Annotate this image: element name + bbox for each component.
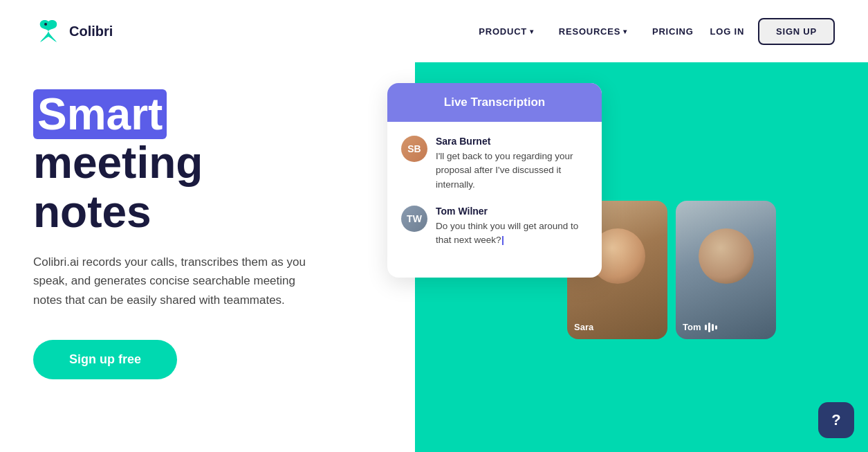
message-content-tom: Tom Wilner Do you think you will get aro… xyxy=(436,206,588,248)
sound-wave-icon xyxy=(705,323,717,332)
product-chevron-icon: ▾ xyxy=(530,28,534,35)
logo-bird-icon xyxy=(33,16,64,46)
avatar-sara: SB xyxy=(401,136,427,162)
typing-cursor xyxy=(502,236,504,245)
sender-sara: Sara Burnet xyxy=(436,136,588,147)
message-sara: SB Sara Burnet I'll get back to you rega… xyxy=(401,136,588,192)
resources-chevron-icon: ▾ xyxy=(623,28,627,35)
nav-resources[interactable]: RESOURCES ▾ xyxy=(559,26,627,37)
signup-button[interactable]: SIGN UP xyxy=(758,18,835,45)
help-icon: ? xyxy=(831,411,840,429)
transcription-header: Live Transcription xyxy=(387,83,602,122)
navbar: Colibri PRODUCT ▾ RESOURCES ▾ PRICING LO… xyxy=(0,0,868,62)
transcription-body: SB Sara Burnet I'll get back to you rega… xyxy=(387,122,602,278)
logo-area[interactable]: Colibri xyxy=(33,16,113,46)
nav-pricing[interactable]: PRICING xyxy=(652,26,694,37)
hero-section: Smart meetingnotes Colibri.ai records yo… xyxy=(0,62,868,452)
sender-tom: Tom Wilner xyxy=(436,206,588,217)
hero-cta-button[interactable]: Sign up free xyxy=(33,340,177,379)
message-content-sara: Sara Burnet I'll get back to you regardi… xyxy=(436,136,588,192)
nav-links: PRODUCT ▾ RESOURCES ▾ PRICING xyxy=(479,26,693,37)
tom-face-shape xyxy=(699,228,754,284)
help-button[interactable]: ? xyxy=(818,402,854,438)
heading-highlight: Smart xyxy=(33,89,167,139)
svg-point-0 xyxy=(44,23,47,26)
sara-video-label: Sara xyxy=(574,322,593,332)
video-tile-tom: Tom xyxy=(676,201,776,339)
heading-rest: meetingnotes xyxy=(33,138,203,236)
hero-left: Smart meetingnotes Colibri.ai records yo… xyxy=(0,62,373,452)
hero-heading: Smart meetingnotes xyxy=(33,90,340,236)
text-sara: I'll get back to you regarding your prop… xyxy=(436,150,588,192)
logo-text: Colibri xyxy=(69,24,113,39)
tom-video-label: Tom xyxy=(683,322,717,332)
transcription-card: Live Transcription SB Sara Burnet I'll g… xyxy=(387,83,602,278)
avatar-tom: TW xyxy=(401,206,427,232)
tom-face xyxy=(676,201,776,339)
login-link[interactable]: LOG IN xyxy=(710,26,744,37)
hero-right: Live Transcription SB Sara Burnet I'll g… xyxy=(373,62,868,452)
hero-description: Colibri.ai records your calls, transcrib… xyxy=(33,253,324,309)
transcription-title: Live Transcription xyxy=(444,96,545,109)
message-tom: TW Tom Wilner Do you think you will get … xyxy=(401,206,588,248)
text-tom: Do you think you will get around to that… xyxy=(436,219,588,248)
nav-product[interactable]: PRODUCT ▾ xyxy=(479,26,534,37)
